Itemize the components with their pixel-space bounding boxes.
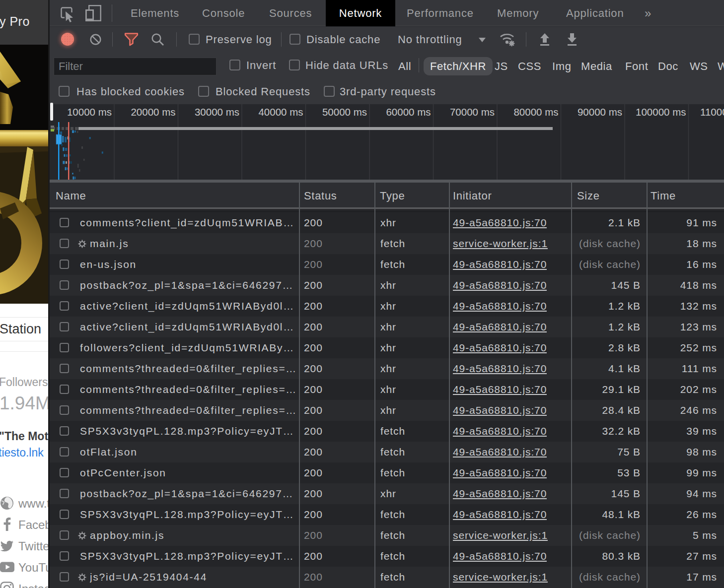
svg-text:20000 ms: 20000 ms xyxy=(131,106,175,118)
svg-text:30000 ms: 30000 ms xyxy=(195,106,239,118)
svg-text:100000 ms: 100000 ms xyxy=(636,106,686,118)
svg-text:70000 ms: 70000 ms xyxy=(450,106,495,118)
svg-text:60000 ms: 60000 ms xyxy=(386,106,431,118)
svg-text:50000 ms: 50000 ms xyxy=(322,106,367,118)
svg-text:10000 ms: 10000 ms xyxy=(67,106,112,118)
svg-text:90000 ms: 90000 ms xyxy=(578,106,622,118)
svg-text:110000 ms: 110000 ms xyxy=(700,106,724,118)
svg-text:40000 ms: 40000 ms xyxy=(258,106,303,118)
svg-text:80000 ms: 80000 ms xyxy=(513,106,558,118)
